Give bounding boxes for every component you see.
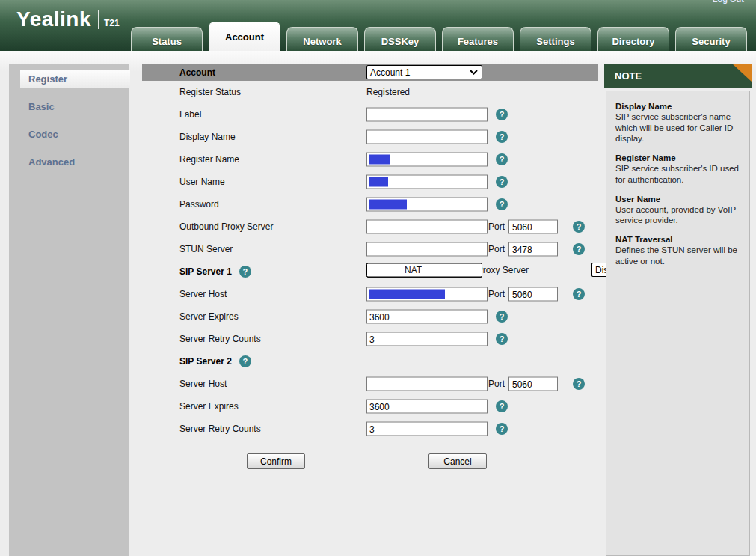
help-icon[interactable]: ? — [496, 400, 508, 412]
note-section-text: SIP service subscriber's ID used for aut… — [615, 163, 740, 185]
server-host-port-input[interactable]: 5060 — [508, 287, 558, 302]
note-section-text: User account, provided by VoIP service p… — [615, 204, 740, 226]
note-section-title: User Name — [615, 195, 740, 204]
display-name-row: Display Name? — [142, 126, 598, 148]
sidebar-item-register[interactable]: Register — [20, 70, 130, 88]
note-body: Display NameSIP service subscriber's nam… — [606, 91, 750, 556]
redacted-value — [369, 200, 407, 210]
note-title: NOTE — [615, 70, 642, 82]
help-icon[interactable]: ? — [573, 378, 585, 390]
register-status-value: Registered — [366, 87, 410, 97]
sidebar-item-codec[interactable]: Codec — [9, 125, 129, 143]
server-expires-row: Server Expires3600? — [142, 305, 598, 328]
note-section-title: Display Name — [615, 102, 740, 111]
help-icon[interactable]: ? — [496, 198, 508, 210]
tab-security[interactable]: Security — [675, 27, 747, 51]
cancel-button[interactable]: Cancel — [428, 453, 487, 469]
yealink-logo: Yealink T21 — [16, 7, 120, 31]
note-section-user-name: User NameUser account, provided by VoIP … — [615, 195, 740, 226]
account-select-value: Account 1 — [370, 67, 410, 78]
sip-server-1-row: SIP Server 1? — [142, 260, 598, 283]
password-input[interactable] — [366, 198, 488, 212]
help-icon[interactable]: ? — [496, 109, 508, 120]
help-icon[interactable]: ? — [239, 355, 251, 367]
field-label: Display Name — [179, 132, 236, 142]
note-section-title: Register Name — [615, 153, 740, 162]
tab-settings[interactable]: Settings — [520, 27, 591, 51]
stun-server-port-input[interactable]: 3478 — [508, 242, 558, 257]
field-label: STUN Server — [179, 244, 233, 254]
server-host-input[interactable] — [366, 287, 488, 302]
help-icon[interactable]: ? — [496, 176, 508, 188]
server-retry-counts-input[interactable]: 3 — [366, 422, 488, 436]
sip-server-2-row: SIP Server 2? — [142, 350, 598, 373]
field-label: Server Expires — [179, 311, 239, 322]
field-label: Label — [179, 109, 201, 120]
register-status-row: Register StatusRegistered — [142, 81, 598, 103]
field-label: User Name — [179, 177, 225, 187]
page: Yealink T21 Log Out StatusAccountNetwork… — [0, 0, 756, 556]
port-label: Port — [488, 289, 505, 299]
tab-account[interactable]: Account — [209, 22, 280, 51]
port-label: Port — [488, 222, 505, 232]
confirm-button[interactable]: Confirm — [247, 453, 305, 469]
field-label: Password — [179, 199, 219, 210]
help-icon[interactable]: ? — [496, 333, 508, 345]
display-name-input[interactable] — [366, 130, 488, 144]
note-section-register-name: Register NameSIP service subscriber's ID… — [615, 153, 740, 185]
form-actions: Confirm Cancel — [142, 453, 598, 476]
server-retry-counts-row: Server Retry Counts3? — [142, 328, 598, 350]
port-label: Port — [488, 379, 505, 389]
logo-model: T21 — [104, 18, 120, 28]
server-expires-input[interactable]: 3600 — [366, 310, 488, 324]
logout-link[interactable]: Log Out — [713, 0, 744, 4]
field-label: Server Retry Counts — [179, 334, 261, 344]
port-label: Port — [488, 244, 505, 254]
note-section-text: SIP service subscriber's name which will… — [615, 111, 740, 144]
server-host-input[interactable] — [366, 377, 488, 391]
label-input[interactable] — [366, 108, 488, 122]
stun-server-input[interactable] — [366, 242, 488, 257]
outbound-proxy-server-input[interactable] — [366, 220, 488, 234]
help-icon[interactable]: ? — [496, 423, 508, 435]
outbound-proxy-server-port-input[interactable]: 5060 — [508, 220, 558, 234]
logo-divider — [98, 10, 99, 29]
section-label: SIP Server 1 — [179, 266, 232, 277]
redacted-value — [369, 177, 388, 187]
user-name-row: User Name? — [142, 171, 598, 193]
server-retry-counts-input[interactable]: 3 — [366, 332, 488, 346]
tab-directory[interactable]: Directory — [597, 27, 669, 51]
folded-corner-icon — [732, 64, 752, 82]
account-header-label: Account — [179, 67, 215, 78]
field-label: Server Expires — [179, 401, 239, 412]
tab-network[interactable]: Network — [286, 27, 358, 51]
logo-text: Yealink — [16, 7, 91, 31]
tab-dsskey[interactable]: DSSKey — [364, 27, 436, 51]
password-row: Password? — [142, 193, 598, 216]
field-label: Server Host — [179, 289, 227, 299]
server-expires-input[interactable]: 3600 — [366, 400, 488, 414]
server-host-row: Server HostPort5060? — [142, 373, 598, 395]
help-icon[interactable]: ? — [496, 153, 508, 165]
sidebar-item-basic[interactable]: Basic — [9, 97, 129, 115]
note-header: NOTE — [604, 64, 752, 88]
field-label: Register Status — [179, 87, 241, 97]
account-header-row: Account Account 1 — [142, 64, 598, 81]
tab-features[interactable]: Features — [442, 27, 514, 51]
app-header: Yealink T21 Log Out StatusAccountNetwork… — [0, 0, 756, 51]
help-icon[interactable]: ? — [573, 243, 585, 255]
account-select[interactable]: Account 1 — [366, 65, 482, 79]
user-name-input[interactable] — [366, 175, 488, 189]
sidebar-item-advanced[interactable]: Advanced — [9, 153, 129, 171]
register-name-input[interactable] — [366, 153, 488, 167]
tab-status[interactable]: Status — [131, 27, 203, 51]
help-icon[interactable]: ? — [573, 288, 585, 300]
note-section-text: Defines the STUN server will be active o… — [615, 245, 740, 266]
help-icon[interactable]: ? — [573, 221, 585, 233]
section-label: SIP Server 2 — [179, 356, 232, 367]
help-icon[interactable]: ? — [496, 131, 508, 143]
help-icon[interactable]: ? — [496, 311, 508, 323]
server-host-port-input[interactable]: 5060 — [508, 377, 558, 391]
field-label: Register Name — [179, 154, 239, 165]
help-icon[interactable]: ? — [239, 266, 251, 278]
